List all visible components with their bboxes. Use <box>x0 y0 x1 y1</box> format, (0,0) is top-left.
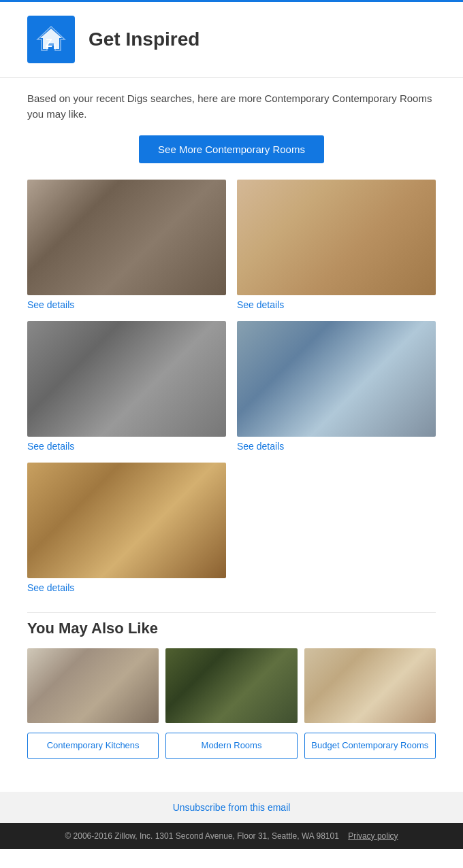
zillow-logo: Z <box>27 16 75 63</box>
unsubscribe-link[interactable]: Unsubscribe from this email <box>173 802 291 813</box>
legal-footer: © 2006-2016 Zillow, Inc. 1301 Second Ave… <box>0 823 463 849</box>
suggestion-grid <box>27 648 436 723</box>
unsubscribe-section: Unsubscribe from this email <box>0 792 463 823</box>
see-details-link-5[interactable]: See details <box>27 582 226 593</box>
suggestion-image-1 <box>27 648 159 723</box>
category-buttons: Contemporary Kitchens Modern Rooms Budge… <box>27 733 436 759</box>
see-details-link-3[interactable]: See details <box>27 441 226 452</box>
see-details-link-4[interactable]: See details <box>237 441 436 452</box>
suggestion-image-3 <box>304 648 436 723</box>
room-image-2 <box>237 180 436 295</box>
rooms-grid-middle: See details See details <box>27 321 436 452</box>
email-container: Z Get Inspired Based on your recent Digs… <box>0 0 463 868</box>
suggestion-image-2 <box>165 648 297 723</box>
category-btn-kitchens[interactable]: Contemporary Kitchens <box>27 733 159 759</box>
page-title: Get Inspired <box>89 29 199 50</box>
body-section: Based on your recent Digs searches, here… <box>0 78 463 792</box>
privacy-policy-link[interactable]: Privacy policy <box>348 831 398 841</box>
room-item-1: See details <box>27 180 226 310</box>
legal-text: © 2006-2016 Zillow, Inc. 1301 Second Ave… <box>65 831 338 841</box>
you-may-like-section: You May Also Like Contemporary Kitchens … <box>27 612 436 759</box>
room-item-4: See details <box>237 321 436 452</box>
room-item-5: See details <box>27 463 226 593</box>
you-may-like-title: You May Also Like <box>27 620 436 637</box>
room-image-5 <box>27 463 226 578</box>
see-more-button[interactable]: See More Contemporary Rooms <box>139 135 324 163</box>
svg-text:Z: Z <box>46 37 52 49</box>
room-item-3: See details <box>27 321 226 452</box>
room-image-4 <box>237 321 436 437</box>
see-details-link-2[interactable]: See details <box>237 299 436 310</box>
category-btn-modern[interactable]: Modern Rooms <box>165 733 297 759</box>
header: Z Get Inspired <box>0 2 463 78</box>
room-item-2: See details <box>237 180 436 310</box>
room-image-3 <box>27 321 226 437</box>
intro-text: Based on your recent Digs searches, here… <box>27 91 436 122</box>
rooms-grid-top: See details See details <box>27 180 436 310</box>
room-image-1 <box>27 180 226 295</box>
category-btn-budget[interactable]: Budget Contemporary Rooms <box>304 733 436 759</box>
cta-wrapper: See More Contemporary Rooms <box>27 135 436 163</box>
see-details-link-1[interactable]: See details <box>27 299 226 310</box>
